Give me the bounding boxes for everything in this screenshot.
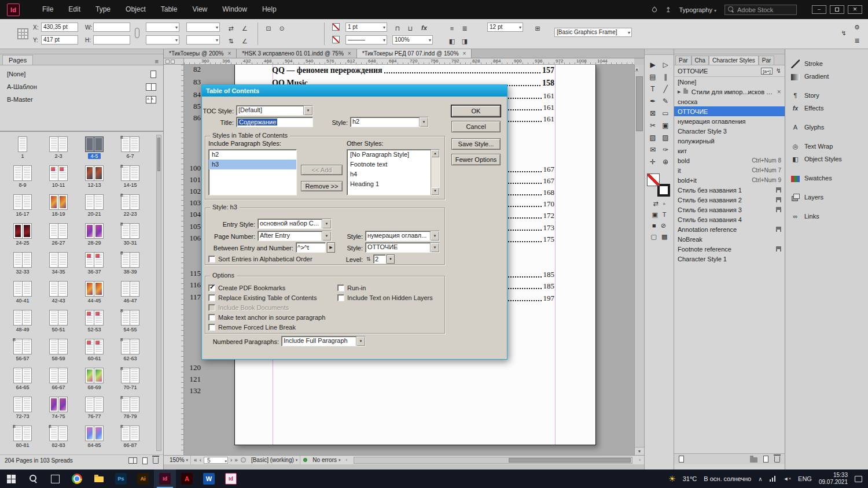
taskbar-start[interactable] [0, 469, 22, 488]
dock-story[interactable]: ¶Story [785, 89, 868, 102]
close-tab-icon[interactable]: × [348, 50, 351, 57]
preflight-status-select[interactable]: No errors▾ [310, 456, 343, 464]
scrollbar-track[interactable] [431, 157, 439, 187]
entry-style-select[interactable]: основной набор С...▼ [258, 219, 332, 229]
spread-74-75[interactable]: 74-75 [41, 394, 76, 423]
scroll-left-icon[interactable]: ‹ [346, 457, 348, 463]
document-tab[interactable]: *ТикТокеры @ 200%× [164, 49, 237, 58]
minimize-button[interactable]: – [812, 5, 826, 14]
taskbar-chrome[interactable] [66, 469, 88, 488]
spread-58-59[interactable]: 58-59 [41, 336, 76, 365]
spread-4-5[interactable]: 4-5 [76, 134, 112, 162]
spread-50-51[interactable]: 50-51 [41, 307, 76, 336]
adobe-stock-search[interactable]: Adobe Stock [724, 5, 797, 15]
menu-help[interactable]: Help [255, 0, 284, 19]
corner-shape-icon[interactable]: ⊔ [405, 25, 415, 32]
width-field[interactable] [93, 23, 130, 32]
scale-y-field[interactable] [146, 35, 179, 45]
spread-46-47[interactable]: 46-47 [112, 278, 148, 307]
constrain-proportions-icon[interactable] [135, 28, 139, 38]
dropdown-arrow-icon[interactable]: ▼ [322, 219, 331, 228]
spread-26-27[interactable]: 26-27 [41, 220, 76, 249]
panel-options-icon[interactable]: ≣ [852, 37, 862, 45]
stroke-type-select[interactable]: ——— [345, 35, 387, 45]
char-style-it[interactable]: itCtrl+Num 7 [674, 165, 785, 175]
checkbox-remove-forced-line-break[interactable]: Remove Forced Line Break [208, 323, 334, 332]
tool-selection-tool[interactable]: ▶ [646, 58, 659, 71]
panel-collapse-strip[interactable] [674, 49, 785, 54]
scrollbar-thumb[interactable] [157, 138, 160, 171]
close-button[interactable]: ✕ [848, 5, 862, 14]
preview-view-icon[interactable]: ▩ [661, 233, 667, 241]
spread-30-31[interactable]: B30-31 [112, 220, 148, 249]
align-center-icon[interactable]: ≣ [459, 25, 470, 32]
drop-shadow-icon[interactable]: ◨ [459, 38, 470, 45]
rotation-angle-field[interactable] [186, 23, 220, 32]
spread-28-29[interactable]: 28-29 [76, 220, 112, 249]
char-style-стиль-без-названия-2[interactable]: Стиль без названия 2 [674, 195, 785, 205]
last-page-icon[interactable]: » [234, 457, 238, 463]
scrollbar-thumb[interactable] [509, 458, 631, 463]
taskbar-acrobat[interactable]: A [176, 469, 198, 488]
weather-text[interactable]: В осн. солнечно [704, 475, 751, 482]
taskbar-indesign[interactable]: Id [154, 469, 176, 488]
spread-62-63[interactable]: B62-63 [112, 336, 148, 365]
normal-view-icon[interactable]: ▢ [651, 233, 657, 241]
gpu-performance-icon[interactable] [652, 6, 658, 13]
weather-temp[interactable]: 31°C [683, 475, 697, 482]
fill-swatch-none[interactable] [647, 173, 660, 186]
page-number-select[interactable]: After Entry▼ [258, 231, 332, 241]
tool-rectangle-tool[interactable]: ▭ [659, 107, 672, 119]
flip-vertical-icon[interactable]: ⇅ [226, 38, 236, 45]
spread-22-23[interactable]: B22-23 [112, 191, 148, 220]
other-style-h4[interactable]: h4 [347, 169, 431, 179]
spread-32-33[interactable]: 32-33 [5, 249, 41, 278]
other-style-heading-1[interactable]: Heading 1 [347, 179, 431, 189]
y-position-field[interactable]: 417 pt [41, 35, 78, 45]
tool-scissors-tool[interactable]: ✂ [646, 119, 659, 131]
dock-links[interactable]: ∞Links [785, 210, 868, 223]
spread-16-17[interactable]: 16-17 [5, 191, 41, 220]
spread-40-41[interactable]: 40-41 [5, 278, 41, 307]
between-entry-input[interactable]: ^>^t [296, 242, 326, 253]
tab-cha[interactable]: Cha [692, 56, 709, 65]
menu-table[interactable]: Table [153, 0, 185, 19]
char-style-annotation-reference[interactable]: Annotation reference [674, 224, 785, 234]
scroll-down-icon[interactable]: ▼ [431, 187, 439, 195]
spread-52-53[interactable]: 52-53 [76, 307, 112, 336]
spread-80-81[interactable]: B80-81 [5, 423, 41, 452]
volume-muted-icon[interactable]: ◄× [784, 476, 792, 482]
style-override-icon[interactable]: [a+] [761, 68, 773, 75]
rotate-90-cw-icon[interactable]: ∠ [240, 25, 250, 32]
checkbox-replace-existing-table-of-contents[interactable]: Replace Existing Table of Contents [208, 293, 334, 302]
shear-angle-field[interactable] [186, 35, 220, 45]
dock-effects[interactable]: fxEffects [785, 102, 868, 114]
vertical-ruler[interactable] [164, 65, 184, 455]
edit-spread-icon[interactable] [128, 457, 137, 464]
scroll-up-icon[interactable]: ▲ [635, 67, 639, 72]
toc-style-select[interactable]: [Default]▼ [236, 105, 313, 116]
other-style-no-paragraph-style[interactable]: [No Paragraph Style] [347, 150, 431, 160]
level-stepper-icon[interactable]: ⇅ [366, 256, 371, 262]
char-style-нумерация-оглавления[interactable]: нумерация оглавления [674, 116, 785, 126]
tab-pages[interactable]: Pages [2, 55, 33, 65]
effects-icon[interactable]: fx [419, 24, 429, 31]
include-style-h2[interactable]: h2 [209, 150, 296, 160]
title-input[interactable]: Содержание [236, 117, 313, 127]
level-dropdown-icon[interactable]: ▼ [387, 254, 395, 264]
delete-page-icon[interactable] [153, 457, 159, 464]
taskbar-task-view[interactable] [44, 469, 66, 488]
dialog-titlebar[interactable]: Table of Contents [202, 85, 507, 97]
document-tab[interactable]: *ТикТокеры РЕД 07 07.indd @ 150%× [357, 49, 472, 58]
remove-style-button[interactable]: Remove >> [301, 181, 343, 191]
notification-center-icon[interactable] [855, 476, 862, 482]
ruler-corner[interactable] [164, 58, 184, 65]
leading-field[interactable]: 12 pt [487, 23, 523, 32]
x-position-field[interactable]: 430,35 pt [41, 23, 78, 32]
title-style-select[interactable]: h2▼ [350, 117, 429, 127]
flip-horizontal-icon[interactable]: ⇄ [226, 25, 236, 32]
spread-48-49[interactable]: 48-49 [5, 307, 41, 336]
spread-8-9[interactable]: 8-9 [5, 162, 41, 191]
tool-note-tool[interactable]: ✉ [646, 143, 659, 156]
tab-par[interactable]: Par [675, 56, 692, 65]
